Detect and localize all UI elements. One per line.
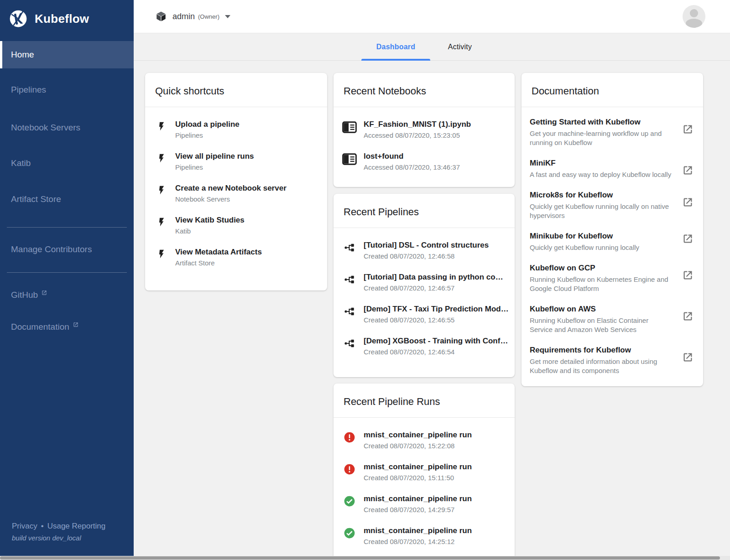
shortcut-subtitle: Notebook Servers: [175, 194, 287, 204]
scrollbar-thumb[interactable]: [0, 556, 720, 560]
doc-link-aws[interactable]: Kubeflow on AWS Running Kubeflow on Elas…: [521, 298, 703, 339]
namespace-role: (Owner): [198, 13, 219, 20]
doc-desc: Running Kubeflow on Elastic Container Se…: [530, 316, 672, 334]
documentation-card: Documentation Getting Started with Kubef…: [521, 73, 703, 386]
open-in-new-icon: [682, 269, 694, 281]
card-title: Recent Pipelines: [334, 194, 515, 228]
footer-separator: •: [41, 522, 44, 530]
pipeline-item[interactable]: [Tutorial] Data passing in python comp..…: [334, 267, 515, 299]
shortcut-subtitle: Pipelines: [175, 130, 240, 140]
notebook-title: KF_Fashion_MNIST (1).ipynb: [364, 119, 471, 130]
sidebar-item-label: GitHub: [11, 290, 38, 300]
shortcut-title: View Katib Studies: [175, 215, 245, 226]
doc-desc: Quickly get Kubeflow running locally on …: [530, 202, 672, 220]
card-title: Recent Notebooks: [334, 73, 515, 107]
dropdown-caret-icon: [225, 15, 230, 18]
shortcut-title: View all pipeline runs: [175, 151, 254, 162]
pipeline-graph-icon: [342, 306, 357, 317]
avatar-head: [690, 9, 698, 17]
pipeline-title: [Demo] TFX - Taxi Tip Prediction Model .…: [364, 304, 510, 315]
notebook-item[interactable]: lost+found Accessed 08/07/2020, 13:46:37: [334, 146, 515, 178]
namespace-name: admin: [172, 12, 195, 21]
user-avatar[interactable]: [683, 5, 705, 28]
usage-reporting-link[interactable]: Usage Reporting: [47, 522, 106, 530]
sidebar-item-notebook-servers[interactable]: Notebook Servers: [0, 114, 134, 141]
shortcut-title: View Metadata Artifacts: [175, 247, 262, 258]
avatar-body: [686, 19, 702, 28]
pipeline-run-item[interactable]: mnist_container_pipeline run Created 08/…: [334, 456, 515, 488]
doc-link-microk8s[interactable]: Microk8s for Kubeflow Quickly get Kubefl…: [521, 184, 703, 225]
namespace-selector[interactable]: admin (Owner): [155, 10, 230, 22]
sidebar-item-label: Manage Contributors: [11, 244, 92, 254]
shortcut-create-notebook-server[interactable]: Create a new Notebook server Notebook Se…: [145, 178, 327, 210]
recent-pipeline-runs-card: Recent Pipeline Runs mnist_container_pip…: [334, 384, 515, 560]
shortcut-upload-pipeline[interactable]: Upload a pipeline Pipelines: [145, 114, 327, 146]
run-title: mnist_container_pipeline run: [364, 430, 472, 441]
pipeline-meta: Created 08/07/2020, 12:46:57: [364, 283, 510, 293]
pipeline-meta: Created 08/07/2020, 12:46:54: [364, 347, 510, 357]
open-in-new-icon: [682, 164, 694, 176]
pipeline-item[interactable]: [Demo] TFX - Taxi Tip Prediction Model .…: [334, 299, 515, 331]
sidebar-item-label: Katib: [11, 158, 31, 168]
tab-dashboard[interactable]: Dashboard: [361, 33, 430, 61]
shortcut-view-pipeline-runs[interactable]: View all pipeline runs Pipelines: [145, 146, 327, 178]
doc-link-minikube[interactable]: Minikube for Kubeflow Quickly get Kubefl…: [521, 225, 703, 257]
doc-desc: A fast and easy way to deploy Kubeflow l…: [530, 170, 672, 179]
sidebar-item-label: Home: [11, 50, 34, 60]
namespace-cube-icon: [155, 10, 167, 22]
notebook-meta: Accessed 08/07/2020, 13:46:37: [364, 162, 460, 172]
app-title: Kubeflow: [35, 12, 89, 26]
sidebar-divider: [7, 272, 127, 273]
privacy-link[interactable]: Privacy: [12, 522, 37, 530]
pipeline-item[interactable]: [Tutorial] DSL - Control structures Crea…: [334, 235, 515, 267]
pipeline-run-item[interactable]: mnist_container_pipeline run Created 08/…: [334, 520, 515, 552]
run-meta: Created 08/07/2020, 14:25:12: [364, 537, 472, 547]
pipeline-graph-icon: [342, 242, 357, 254]
shortcut-subtitle: Artifact Store: [175, 258, 262, 268]
notebook-icon: [342, 153, 357, 166]
shortcut-view-metadata-artifacts[interactable]: View Metadata Artifacts Artifact Store: [145, 242, 327, 274]
run-title: mnist_container_pipeline run: [364, 461, 472, 472]
sidebar-item-pipelines[interactable]: Pipelines: [0, 76, 134, 104]
kubeflow-logo-icon: [9, 9, 28, 28]
external-link-icon: [73, 321, 79, 328]
doc-link-minikf[interactable]: MiniKF A fast and easy way to deploy Kub…: [521, 152, 703, 184]
doc-link-gcp[interactable]: Kubeflow on GCP Running Kubeflow on Kube…: [521, 257, 703, 298]
recent-pipelines-card: Recent Pipelines [Tutorial] DSL - Contro…: [334, 194, 515, 377]
run-success-icon: [342, 527, 357, 539]
card-title: Documentation: [521, 73, 703, 107]
pipeline-item[interactable]: [Demo] XGBoost - Training with Confusi..…: [334, 331, 515, 363]
doc-title: MiniKF: [530, 158, 678, 169]
doc-link-requirements[interactable]: Requirements for Kubeflow Get more detai…: [521, 339, 703, 380]
sidebar-item-artifact-store[interactable]: Artifact Store: [0, 186, 134, 213]
bolt-icon: [153, 249, 169, 259]
tab-bar: Dashboard Activity: [134, 33, 730, 61]
notebook-item[interactable]: KF_Fashion_MNIST (1).ipynb Accessed 08/0…: [334, 114, 515, 146]
bolt-icon: [153, 121, 169, 132]
doc-link-getting-started[interactable]: Getting Started with Kubeflow Get your m…: [521, 111, 703, 152]
build-version: build version dev_local: [12, 534, 105, 542]
doc-title: Kubeflow on AWS: [530, 304, 678, 315]
pipeline-graph-icon: [342, 337, 357, 349]
open-in-new-icon: [682, 196, 694, 208]
tab-activity[interactable]: Activity: [435, 33, 485, 61]
pipeline-run-item[interactable]: mnist_container_pipeline run Created 08/…: [334, 425, 515, 456]
bolt-icon: [153, 217, 169, 228]
sidebar-item-label: Artifact Store: [11, 194, 61, 204]
sidebar-item-github[interactable]: GitHub: [0, 281, 134, 309]
sidebar-item-label: Notebook Servers: [11, 123, 80, 133]
horizontal-scrollbar[interactable]: [0, 556, 730, 560]
sidebar-item-documentation[interactable]: Documentation: [0, 313, 134, 341]
sidebar-item-home[interactable]: Home: [0, 41, 134, 68]
sidebar-item-label: Documentation: [11, 322, 69, 332]
notebook-title: lost+found: [364, 151, 460, 162]
sidebar-item-katib[interactable]: Katib: [0, 150, 134, 177]
doc-title: Microk8s for Kubeflow: [530, 190, 678, 201]
shortcut-view-katib-studies[interactable]: View Katib Studies Katib: [145, 210, 327, 242]
pipeline-meta: Created 08/07/2020, 12:46:58: [364, 251, 489, 261]
pipeline-run-item[interactable]: mnist_container_pipeline run Created 08/…: [334, 488, 515, 520]
doc-title: Getting Started with Kubeflow: [530, 117, 678, 128]
sidebar-item-manage-contributors[interactable]: Manage Contributors: [0, 236, 134, 263]
run-error-icon: [342, 431, 357, 443]
logo[interactable]: Kubeflow: [0, 0, 134, 28]
